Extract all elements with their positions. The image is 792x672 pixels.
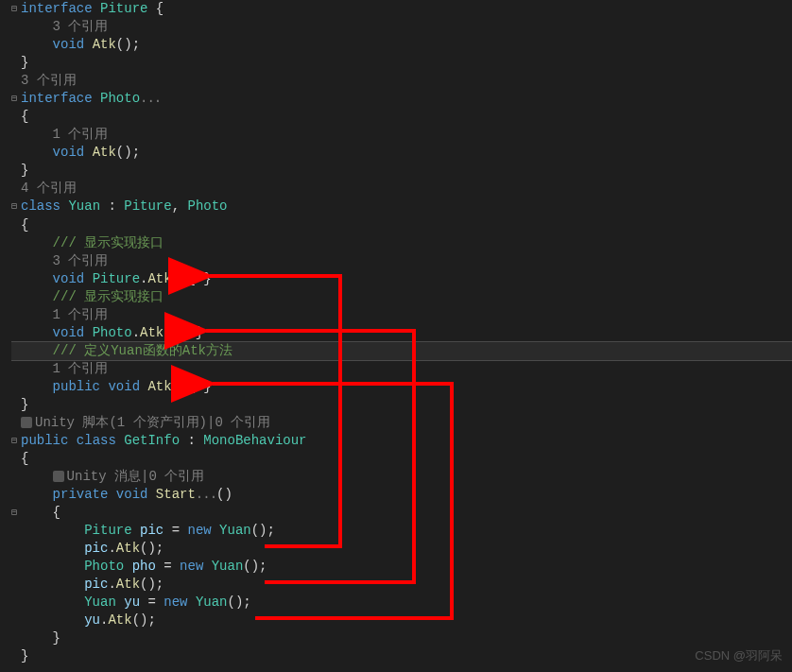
- code-line: ⊟ {: [11, 504, 792, 522]
- reference-count[interactable]: 3 个引用: [53, 253, 109, 268]
- code-line: Unity 脚本(1 个资产引用)|0 个引用: [11, 414, 792, 432]
- code-line: /// 显示实现接口: [11, 234, 792, 252]
- code-line: {: [11, 450, 792, 468]
- code-line-highlighted: /// 定义Yuan函数的Atk方法: [11, 341, 792, 361]
- code-line: 1 个引用: [11, 360, 792, 378]
- code-line: 1 个引用: [11, 126, 792, 144]
- code-line: ⊟public class GetInfo : MonoBehaviour: [11, 432, 792, 450]
- code-line: ⊟interface Photo...: [11, 90, 792, 108]
- code-line: void Atk();: [11, 144, 792, 162]
- fold-icon[interactable]: ⊟: [11, 0, 21, 18]
- fold-icon[interactable]: ⊟: [11, 432, 21, 450]
- code-line: }: [11, 162, 792, 180]
- code-line: Yuan yu = new Yuan();: [11, 594, 792, 612]
- reference-count[interactable]: 1 个引用: [53, 361, 109, 376]
- code-line: public void Atk(){ }: [11, 378, 792, 396]
- code-line: void Piture.Atk(){ }: [11, 270, 792, 288]
- code-line: 3 个引用: [11, 72, 792, 90]
- code-line: }: [11, 647, 792, 665]
- code-line: {: [11, 216, 792, 234]
- code-line: ⊟interface Piture {: [11, 0, 792, 18]
- code-line: void Atk();: [11, 36, 792, 54]
- code-line: /// 显示实现接口: [11, 288, 792, 306]
- code-line: yu.Atk();: [11, 612, 792, 629]
- reference-count[interactable]: 3 个引用: [53, 19, 109, 34]
- code-line: 3 个引用: [11, 252, 792, 270]
- code-line: pic.Atk();: [11, 540, 792, 558]
- watermark-text: CSDN @羽阿呆: [695, 646, 783, 664]
- code-line: {: [11, 108, 792, 126]
- fold-icon[interactable]: ⊟: [11, 504, 21, 522]
- code-line: 1 个引用: [11, 306, 792, 324]
- code-line: ⊟class Yuan : Piture, Photo: [11, 198, 792, 215]
- reference-count[interactable]: 1 个引用: [53, 127, 109, 142]
- fold-icon[interactable]: ⊟: [11, 90, 21, 108]
- reference-count[interactable]: 3 个引用: [21, 73, 77, 88]
- code-line: }: [11, 54, 792, 72]
- code-line: Photo pho = new Yuan();: [11, 558, 792, 576]
- code-line: }: [11, 396, 792, 414]
- reference-count[interactable]: 1 个引用: [53, 307, 109, 322]
- code-line: void Photo.Atk(){ }: [11, 324, 792, 342]
- reference-count[interactable]: 4 个引用: [21, 181, 77, 196]
- reference-count[interactable]: Unity 脚本(1 个资产引用)|0 个引用: [35, 415, 270, 430]
- code-line: pic.Atk();: [11, 576, 792, 594]
- fold-icon[interactable]: ⊟: [11, 198, 21, 215]
- code-line: Unity 消息|0 个引用: [11, 468, 792, 486]
- code-line: Piture pic = new Yuan();: [11, 522, 792, 540]
- code-line: 3 个引用: [11, 18, 792, 36]
- reference-count[interactable]: Unity 消息|0 个引用: [67, 469, 205, 484]
- code-editor: ⊟interface Piture { 3 个引用 void Atk(); } …: [0, 0, 792, 665]
- unity-icon: [53, 471, 64, 482]
- unity-icon: [21, 417, 32, 428]
- code-line: }: [11, 629, 792, 647]
- code-line: private void Start...(): [11, 486, 792, 504]
- code-line: 4 个引用: [11, 180, 792, 198]
